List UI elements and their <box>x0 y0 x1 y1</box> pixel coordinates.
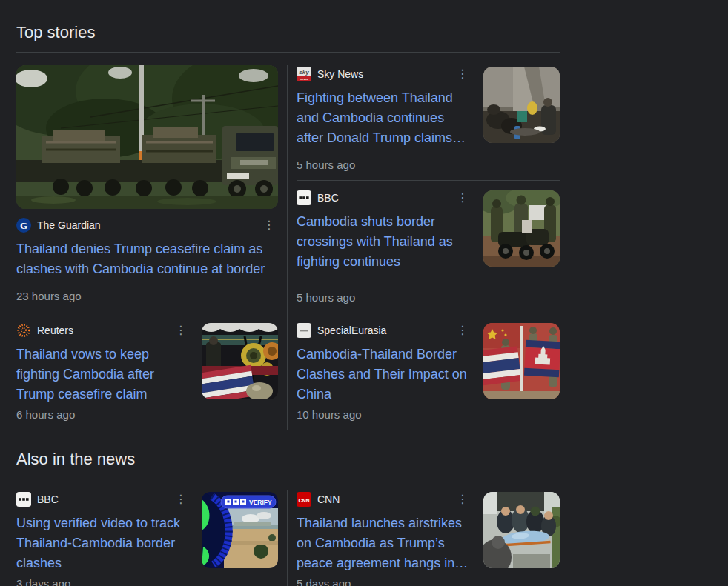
more-options-button[interactable]: ⋮ <box>454 190 471 205</box>
source-name: BBC <box>317 192 339 204</box>
more-options-button[interactable]: ⋮ <box>454 323 471 338</box>
story-timestamp: 5 hours ago <box>297 291 471 313</box>
story-image-military-convoy[interactable] <box>16 65 278 209</box>
story-headline[interactable]: Cambodia shuts border crossings with Tha… <box>297 212 471 272</box>
source-row: CNN CNN ⋮ <box>297 492 471 507</box>
also-right-column: CNN CNN ⋮ Thailand launches airstrikes o… <box>297 490 560 586</box>
story-headline[interactable]: Thailand launches airstrikes on Cambodia… <box>297 513 471 573</box>
story-timestamp: 10 hours ago <box>297 408 471 430</box>
story-image-funeral[interactable] <box>202 323 278 399</box>
funeral-illustration <box>202 323 278 399</box>
source-name: CNN <box>317 493 340 505</box>
story-text: Reuters ⋮ Thailand vows to keep fighting… <box>16 323 190 430</box>
story-card-sky-news: sky news Sky News ⋮ Fighting between Tha… <box>297 65 560 180</box>
bbc-logo-icon <box>297 190 311 205</box>
sky-word: sky <box>299 69 309 76</box>
stretcher-illustration <box>483 492 560 568</box>
cnn-letters: CNN <box>298 498 309 503</box>
story-headline[interactable]: Cambodia-Thailand Border Clashes and The… <box>297 344 471 404</box>
more-options-button[interactable]: ⋮ <box>454 67 471 81</box>
sky-news-logo-icon: sky news <box>297 67 311 81</box>
top-stories-section: G The Guardian ⋮ Thailand denies Trump c… <box>16 65 560 430</box>
story-card-cnn: CNN CNN ⋮ Thailand launches airstrikes o… <box>297 490 560 586</box>
source-name: The Guardian <box>37 219 101 231</box>
top-stories-right-column: sky news Sky News ⋮ Fighting between Tha… <box>297 65 560 430</box>
news-page: Top stories <box>0 0 728 586</box>
story-image-soldiers-motorbikes[interactable] <box>483 190 560 267</box>
news-content: Top stories <box>16 0 560 586</box>
divider <box>287 490 288 586</box>
story-timestamp: 3 days ago <box>16 577 190 586</box>
divider <box>16 52 560 53</box>
story-card-bbc-border: BBC ⋮ Cambodia shuts border crossings wi… <box>297 181 560 313</box>
soldiers-illustration <box>483 190 560 267</box>
reuters-logo-icon <box>16 323 31 338</box>
story-text: sky news Sky News ⋮ Fighting between Tha… <box>297 67 471 180</box>
more-options-button[interactable]: ⋮ <box>454 492 471 507</box>
source-row: BBC ⋮ <box>297 190 471 205</box>
story-text: CNN CNN ⋮ Thailand launches airstrikes o… <box>297 492 471 586</box>
more-options-button[interactable]: ⋮ <box>260 218 278 233</box>
bbc-verify-illustration: VERIFY <box>202 492 278 568</box>
top-stories-heading: Top stories <box>16 0 560 43</box>
story-image-shelter[interactable] <box>483 67 560 143</box>
also-in-the-news-heading: Also in the news <box>16 430 560 470</box>
shelter-illustration <box>483 67 560 143</box>
story-text: BBC ⋮ Using verified video to track Thai… <box>16 492 190 586</box>
bbc-logo-icon <box>16 492 31 507</box>
verify-badge-text: VERIFY <box>249 499 272 506</box>
special-eurasia-logo-icon <box>297 323 311 338</box>
the-guardian-logo-icon: G <box>16 218 31 233</box>
guardian-letter: G <box>20 220 27 231</box>
story-timestamp: 23 hours ago <box>16 290 278 313</box>
source-row: sky news Sky News ⋮ <box>297 67 471 81</box>
source-name: SpecialEurasia <box>317 324 386 336</box>
story-headline[interactable]: Thailand vows to keep fighting Cambodia … <box>16 344 190 404</box>
source-row: Reuters ⋮ <box>16 323 190 338</box>
also-left-column: BBC ⋮ Using verified video to track Thai… <box>16 490 278 586</box>
cnn-logo-icon: CNN <box>297 492 311 507</box>
story-text: BBC ⋮ Cambodia shuts border crossings wi… <box>297 190 471 313</box>
story-card-reuters: Reuters ⋮ Thailand vows to keep fighting… <box>16 313 278 430</box>
source-name: Sky News <box>317 68 363 80</box>
story-card-guardian: G The Guardian ⋮ Thailand denies Trump c… <box>16 65 278 313</box>
source-name: Reuters <box>37 324 73 336</box>
story-timestamp: 5 days ago <box>297 577 471 586</box>
story-image-flags[interactable] <box>483 323 560 399</box>
convoy-illustration <box>16 65 278 209</box>
story-card-bbc-verify: BBC ⋮ Using verified video to track Thai… <box>16 490 278 586</box>
story-headline[interactable]: Using verified video to track Thailand-C… <box>16 513 190 573</box>
story-card-special-eurasia: SpecialEurasia ⋮ Cambodia-Thailand Borde… <box>297 313 560 430</box>
source-row: SpecialEurasia ⋮ <box>297 323 471 338</box>
story-image-bbc-verify[interactable]: VERIFY <box>202 492 278 568</box>
story-headline[interactable]: Fighting between Thailand and Cambodia c… <box>297 88 471 148</box>
news-word: news <box>300 77 308 81</box>
story-text: SpecialEurasia ⋮ Cambodia-Thailand Borde… <box>297 323 471 430</box>
story-timestamp: 5 hours ago <box>297 159 471 180</box>
flags-illustration <box>483 323 560 399</box>
more-options-button[interactable]: ⋮ <box>172 492 190 507</box>
divider <box>287 65 288 430</box>
source-row: BBC ⋮ <box>16 492 190 507</box>
top-stories-left-column: G The Guardian ⋮ Thailand denies Trump c… <box>16 65 278 430</box>
also-in-the-news-section: BBC ⋮ Using verified video to track Thai… <box>16 490 560 586</box>
source-name: BBC <box>37 493 59 505</box>
story-image-stretcher[interactable] <box>483 492 560 568</box>
more-options-button[interactable]: ⋮ <box>172 323 190 338</box>
story-timestamp: 6 hours ago <box>16 408 190 430</box>
source-row: G The Guardian ⋮ <box>16 218 278 233</box>
divider <box>16 479 560 479</box>
story-headline[interactable]: Thailand denies Trump ceasefire claim as… <box>16 239 278 279</box>
